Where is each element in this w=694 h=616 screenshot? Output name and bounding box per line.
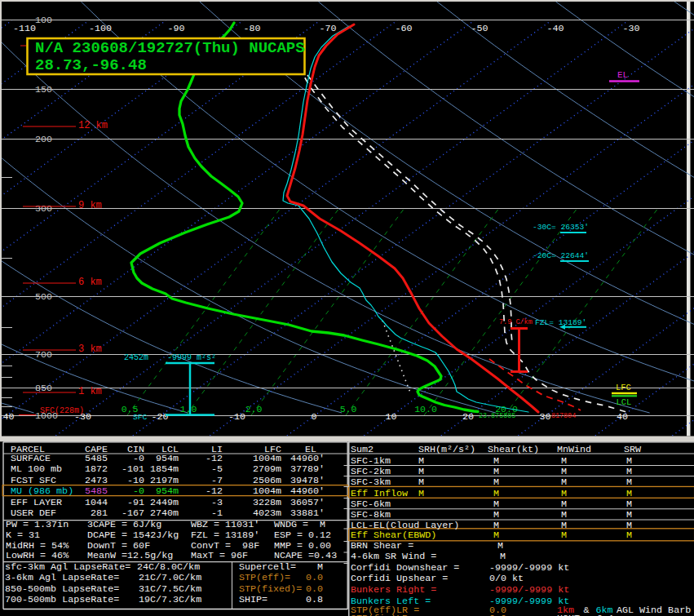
- svg-text:4023m: 4023m: [253, 507, 281, 519]
- svg-text:12 km: 12 km: [78, 120, 108, 131]
- svg-text:M: M: [493, 488, 499, 499]
- svg-text:M: M: [561, 499, 567, 510]
- svg-text:0: 0: [311, 411, 316, 423]
- svg-text:BRN Shear =: BRN Shear =: [351, 540, 413, 552]
- svg-text:0.0: 0.0: [306, 583, 323, 595]
- svg-text:M: M: [493, 530, 499, 541]
- svg-text:24C/8.0C/km: 24C/8.0C/km: [137, 561, 200, 573]
- svg-text:31C/7.5C/km: 31C/7.5C/km: [139, 583, 201, 595]
- svg-text:M: M: [561, 455, 567, 467]
- svg-text:M: M: [493, 499, 499, 510]
- svg-text:28.73,-96.48: 28.73,-96.48: [35, 56, 147, 74]
- svg-text:-1: -1: [211, 507, 223, 519]
- svg-text:STP(fixed)=: STP(fixed)=: [239, 583, 302, 595]
- svg-text:-40: -40: [546, 23, 564, 34]
- svg-text:USER DEF: USER DEF: [11, 507, 56, 519]
- svg-text:4-6km SR Wind =: 4-6km SR Wind =: [351, 551, 436, 562]
- svg-text:M: M: [626, 466, 632, 477]
- svg-text:M: M: [418, 488, 424, 499]
- svg-text:850-500mb LapseRate=: 850-500mb LapseRate=: [5, 583, 119, 595]
- svg-text:Shear(kt): Shear(kt): [488, 444, 539, 455]
- svg-text:0/0 kt: 0/0 kt: [489, 573, 524, 584]
- svg-text:817804: 817804: [551, 412, 576, 420]
- svg-text:SRW: SRW: [624, 444, 642, 455]
- svg-text:-80: -80: [243, 23, 260, 34]
- svg-text:M: M: [561, 530, 567, 541]
- svg-text:-0: -0: [133, 485, 144, 497]
- svg-text:LCL: LCL: [617, 397, 632, 407]
- svg-text:500: 500: [35, 291, 52, 303]
- svg-text:40: 40: [617, 411, 628, 423]
- svg-text:SFC-1km: SFC-1km: [351, 455, 391, 467]
- svg-text:-3: -3: [211, 497, 223, 508]
- svg-text:STP(fix)LR =: STP(fix)LR =: [351, 613, 419, 616]
- svg-text:2473: 2473: [85, 475, 108, 486]
- svg-text:-5: -5: [211, 463, 223, 475]
- svg-text:1.0: 1.0: [180, 404, 197, 414]
- svg-text:M: M: [561, 488, 567, 499]
- svg-text:-9999/-9999 kt: -9999/-9999 kt: [489, 584, 569, 596]
- svg-text:-20C= 22644': -20C= 22644': [533, 251, 589, 260]
- svg-text:2197m: 2197m: [150, 475, 179, 486]
- svg-text:-20: -20: [151, 411, 168, 423]
- svg-text:-30: -30: [622, 23, 639, 34]
- svg-text:2452m: 2452m: [124, 353, 148, 362]
- svg-text:150: 150: [35, 84, 52, 95]
- svg-text:sfc-3km Agl LapseRate=: sfc-3km Agl LapseRate=: [5, 561, 130, 573]
- svg-text:M: M: [626, 499, 632, 510]
- svg-text:5485: 5485: [85, 485, 108, 497]
- svg-text:WBZ = 11031': WBZ = 11031': [191, 519, 259, 530]
- svg-text:MnWind: MnWind: [557, 444, 591, 455]
- svg-text:WNDG = M: WNDG = M: [274, 519, 325, 530]
- svg-text:281: 281: [91, 507, 108, 519]
- svg-text:-7: -7: [211, 475, 223, 486]
- svg-text:Supercell=: Supercell=: [239, 561, 296, 573]
- svg-text:1004m: 1004m: [253, 453, 281, 464]
- svg-text:STP(eff)=: STP(eff)=: [239, 572, 290, 583]
- svg-text:0.0: 0.0: [489, 613, 506, 616]
- svg-text:M: M: [493, 466, 499, 477]
- svg-text:10: 10: [385, 411, 396, 423]
- svg-text:-10: -10: [228, 411, 245, 423]
- svg-text:1854m: 1854m: [150, 463, 179, 475]
- svg-text:0.8: 0.8: [306, 594, 323, 605]
- svg-text:M: M: [493, 476, 499, 488]
- svg-text:PW = 1.37in: PW = 1.37in: [6, 519, 69, 530]
- svg-text:19C/7.3C/km: 19C/7.3C/km: [139, 594, 201, 605]
- svg-text:-60: -60: [395, 23, 412, 34]
- svg-text:LowRH = 46%: LowRH = 46%: [6, 550, 69, 561]
- svg-text:954m: 954m: [156, 485, 179, 497]
- svg-text:44960': 44960': [290, 485, 325, 497]
- svg-text:33881': 33881': [290, 507, 325, 519]
- svg-text:SFC-6km: SFC-6km: [351, 499, 391, 510]
- svg-text:SFC-3km: SFC-3km: [351, 476, 391, 488]
- svg-text:37789': 37789': [290, 463, 325, 475]
- svg-text:Corfidi Upshear =: Corfidi Upshear =: [351, 573, 448, 584]
- svg-text:M: M: [561, 466, 567, 477]
- svg-text:1004m: 1004m: [253, 485, 281, 497]
- svg-text:FZL= 13189': FZL= 13189': [535, 318, 586, 327]
- svg-text:-12: -12: [206, 453, 223, 464]
- svg-text:5.0: 5.0: [340, 404, 357, 414]
- svg-text:M: M: [418, 455, 424, 467]
- svg-text:6 km: 6 km: [78, 277, 102, 288]
- svg-text:MU (986 mb): MU (986 mb): [11, 485, 73, 497]
- svg-text:3 km: 3 km: [78, 343, 102, 355]
- svg-text:-12: -12: [206, 485, 223, 497]
- svg-text:Eff Shear(EBWD): Eff Shear(EBWD): [351, 530, 436, 541]
- svg-text:M: M: [626, 488, 632, 499]
- svg-text:SFC(228m): SFC(228m): [40, 406, 84, 415]
- svg-text:39478': 39478': [290, 475, 325, 486]
- svg-text:-0: -0: [133, 453, 144, 464]
- svg-text:9 km: 9 km: [78, 200, 102, 211]
- svg-text:-90: -90: [167, 23, 184, 34]
- svg-text:M: M: [626, 455, 632, 467]
- svg-text:-101: -101: [122, 463, 144, 475]
- svg-text:1 km: 1 km: [78, 386, 102, 397]
- svg-text:200: 200: [35, 134, 52, 145]
- svg-text:M: M: [500, 551, 506, 562]
- svg-text:M: M: [497, 540, 503, 552]
- svg-text:FCST SFC: FCST SFC: [11, 475, 56, 486]
- svg-text:-30C= 26353': -30C= 26353': [533, 223, 589, 232]
- svg-text:0.0: 0.0: [306, 572, 323, 583]
